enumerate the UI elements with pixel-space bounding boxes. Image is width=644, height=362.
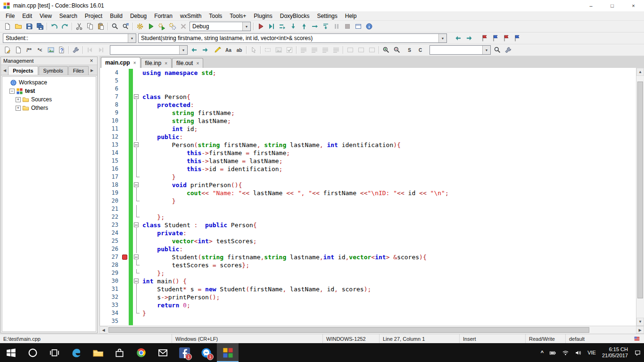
fold-margin[interactable] bbox=[133, 293, 140, 301]
doxy-help-button[interactable] bbox=[56, 45, 67, 56]
code-line-17[interactable]: 17 } bbox=[100, 173, 636, 181]
close-button[interactable]: × bbox=[623, 0, 644, 11]
task-view-button[interactable] bbox=[43, 343, 65, 362]
marker-margin[interactable] bbox=[122, 173, 129, 181]
fold-margin[interactable] bbox=[133, 205, 140, 213]
code-editor[interactable]: 4using namespace std;567class Person{8 p… bbox=[100, 68, 636, 326]
bookmark-flag-2-button[interactable] bbox=[490, 33, 501, 44]
debugging-windows-button[interactable] bbox=[353, 21, 363, 32]
file-explorer-button[interactable] bbox=[87, 343, 108, 362]
break-debugger-button[interactable] bbox=[331, 21, 342, 32]
menu-settings[interactable]: Settings bbox=[313, 12, 341, 20]
marker-margin[interactable] bbox=[122, 109, 129, 117]
zoom-out-button[interactable] bbox=[391, 45, 402, 56]
step-into-instruction-button[interactable] bbox=[320, 21, 331, 32]
tree-expander-icon[interactable]: − bbox=[9, 89, 15, 94]
code-line-18[interactable]: 18 void printPerson(){ bbox=[100, 181, 636, 189]
fold-margin[interactable] bbox=[133, 245, 140, 253]
symbol-combo[interactable]: Student(string firstname, string lastnam… bbox=[138, 33, 447, 43]
chrome-button[interactable] bbox=[130, 343, 152, 362]
jump-forward-button[interactable] bbox=[95, 45, 106, 56]
fold-margin[interactable] bbox=[133, 109, 140, 117]
doxy-extract-button[interactable] bbox=[2, 45, 13, 56]
abort-build-button[interactable] bbox=[178, 21, 189, 32]
marker-margin[interactable] bbox=[122, 269, 129, 277]
bookmark-flag-4-button[interactable] bbox=[512, 33, 522, 44]
tree-item-sources[interactable]: +Sources bbox=[3, 95, 95, 104]
stop-debugger-button[interactable] bbox=[342, 21, 353, 32]
incremental-search-combo[interactable]: ▼ bbox=[429, 45, 491, 55]
menu-doxyblocks[interactable]: DoxyBlocks bbox=[276, 12, 314, 20]
paste-button[interactable] bbox=[95, 21, 106, 32]
status-flag-icon[interactable] bbox=[630, 336, 644, 342]
codeblocks-button[interactable] bbox=[217, 343, 239, 362]
doxy-block-comment-button[interactable]: /** bbox=[24, 45, 34, 56]
fold-margin[interactable] bbox=[133, 285, 140, 293]
menu-edit[interactable]: Edit bbox=[18, 12, 36, 20]
fold-margin[interactable] bbox=[133, 157, 140, 165]
marker-margin[interactable] bbox=[122, 261, 129, 269]
doxy-config-button[interactable] bbox=[70, 45, 81, 56]
editor-tab-main-cpp[interactable]: main.cpp× bbox=[101, 57, 140, 68]
vertical-scroll-thumb[interactable] bbox=[637, 82, 643, 298]
marker-margin[interactable] bbox=[122, 141, 129, 149]
fold-margin[interactable] bbox=[133, 189, 140, 197]
browse-prev-button[interactable] bbox=[189, 45, 199, 56]
marker-margin[interactable] bbox=[122, 165, 129, 173]
management-tab-projects[interactable]: Projects bbox=[8, 66, 38, 75]
marker-margin[interactable] bbox=[122, 85, 129, 93]
wxsmith-check-button[interactable] bbox=[284, 45, 295, 56]
build-button[interactable] bbox=[134, 21, 145, 32]
code-line-31[interactable]: 31 Student* s = new Student(firstName, l… bbox=[100, 285, 636, 293]
code-line-12[interactable]: 12 public: bbox=[100, 133, 636, 141]
menu-file[interactable]: File bbox=[2, 12, 18, 20]
various-info-button[interactable] bbox=[363, 21, 374, 32]
debug-continue-button[interactable] bbox=[255, 21, 266, 32]
fold-margin[interactable] bbox=[133, 269, 140, 277]
code-line-25[interactable]: 25 vector<int> testScores; bbox=[100, 237, 636, 245]
mail-button[interactable] bbox=[152, 343, 173, 362]
marker-margin[interactable] bbox=[122, 77, 129, 85]
fold-margin[interactable] bbox=[133, 133, 140, 141]
nav-forward-button[interactable] bbox=[463, 33, 474, 44]
scope-combo[interactable]: Student::▼ bbox=[3, 33, 136, 43]
fold-margin[interactable] bbox=[133, 93, 140, 101]
fold-margin[interactable] bbox=[133, 301, 140, 309]
bookmark-flag-1-button[interactable] bbox=[479, 33, 490, 44]
class-button[interactable]: C bbox=[415, 45, 426, 56]
volume-icon[interactable] bbox=[572, 343, 585, 362]
code-line-23[interactable]: 23class Student : public Person{ bbox=[100, 221, 636, 229]
marker-margin[interactable] bbox=[122, 117, 129, 125]
tree-expander-icon[interactable]: + bbox=[16, 97, 21, 102]
store-button[interactable] bbox=[108, 343, 130, 362]
browse-next-button[interactable] bbox=[199, 45, 210, 56]
new-file-button[interactable] bbox=[2, 21, 13, 32]
menu-plugins[interactable]: Plugins bbox=[250, 12, 276, 20]
fold-collapse-icon[interactable] bbox=[134, 182, 139, 187]
copy-button[interactable] bbox=[84, 21, 95, 32]
fold-margin[interactable] bbox=[133, 125, 140, 133]
menu-tools[interactable]: Tools+ bbox=[226, 12, 250, 20]
dropdown-arrow-icon[interactable]: ▼ bbox=[482, 46, 490, 54]
menu-help[interactable]: Help bbox=[341, 12, 361, 20]
tree-item-test[interactable]: −test bbox=[3, 87, 95, 95]
undo-button[interactable] bbox=[49, 21, 59, 32]
marker-margin[interactable] bbox=[122, 229, 129, 237]
build-target-combo[interactable]: Debug▼ bbox=[190, 22, 251, 31]
code-line-15[interactable]: 15 this->lastName = lastName; bbox=[100, 157, 636, 165]
action-center-button[interactable] bbox=[631, 343, 644, 362]
browse-marks-combo[interactable]: ▼ bbox=[110, 45, 188, 55]
fold-margin[interactable] bbox=[133, 221, 140, 229]
marker-margin[interactable] bbox=[122, 253, 129, 261]
code-line-13[interactable]: 13 Person(string firstName, string lastN… bbox=[100, 141, 636, 149]
keyboard-language[interactable]: VIE bbox=[585, 343, 599, 362]
code-line-32[interactable]: 32 s->printPerson(); bbox=[100, 293, 636, 301]
management-tab-files[interactable]: Files bbox=[68, 66, 89, 75]
highlight-button[interactable] bbox=[212, 45, 223, 56]
spell-check-button[interactable]: Aa bbox=[223, 45, 234, 56]
menu-view[interactable]: View bbox=[36, 12, 56, 20]
fold-margin[interactable] bbox=[133, 117, 140, 125]
fold-margin[interactable] bbox=[133, 261, 140, 269]
fold-margin[interactable] bbox=[133, 309, 140, 317]
replace-button[interactable] bbox=[120, 21, 131, 32]
